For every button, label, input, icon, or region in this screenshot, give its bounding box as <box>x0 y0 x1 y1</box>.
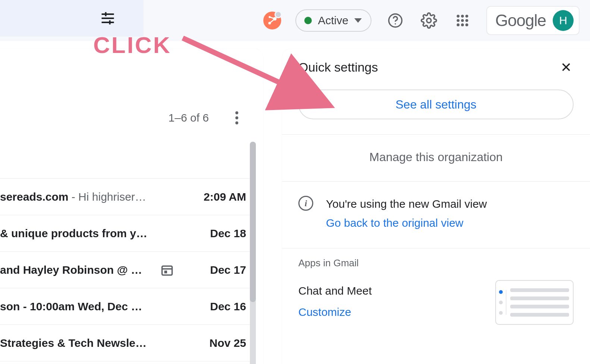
search-options-icon[interactable] <box>98 9 117 28</box>
mail-row[interactable]: Strategies & Tech Newsle…Nov 25 <box>0 324 250 361</box>
chat-meet-label: Chat and Meet <box>298 280 372 301</box>
see-all-settings-label: See all settings <box>395 98 476 112</box>
svg-line-22 <box>183 38 321 101</box>
svg-point-14 <box>461 15 464 18</box>
new-view-info: i You're using the new Gmail view Go bac… <box>282 182 590 248</box>
mail-subject: & unique products from y… <box>0 227 183 240</box>
mail-subject: Strategies & Tech Newsle… <box>0 337 183 349</box>
svg-point-11 <box>395 23 396 25</box>
mail-subject: son - 10:00am Wed, Dec … <box>0 300 183 313</box>
customize-link[interactable]: Customize <box>298 301 372 323</box>
google-apps-icon[interactable] <box>453 11 472 30</box>
mail-date: 2:09 AM <box>183 191 246 203</box>
settings-gear-icon[interactable] <box>419 11 439 30</box>
mail-row[interactable]: sereads.com - Hi highriser…2:09 AM <box>0 178 250 215</box>
apps-section-label: Apps in Gmail <box>282 248 590 280</box>
annotation-click-label: CLICK <box>93 32 171 58</box>
new-view-message: You're using the new Gmail view <box>326 194 487 213</box>
search-area <box>0 0 144 37</box>
mail-subject: sereads.com - Hi highriser… <box>0 191 183 203</box>
svg-point-18 <box>465 19 468 22</box>
manage-organization-link[interactable]: Manage this organization <box>282 135 590 181</box>
status-pill[interactable]: Active <box>295 9 371 32</box>
hubspot-extension-icon[interactable] <box>263 12 281 29</box>
annotation-arrow-icon <box>179 34 339 116</box>
mail-row[interactable]: and Hayley Robinson @ …Dec 17 <box>0 251 250 288</box>
go-back-link[interactable]: Go back to the original view <box>326 213 487 232</box>
svg-point-12 <box>427 18 431 23</box>
chevron-down-icon <box>354 18 362 23</box>
mail-date: Dec 18 <box>183 227 246 240</box>
mail-subject: and Hayley Robinson @ … <box>0 264 159 276</box>
header-right-icons: Google H <box>386 6 580 35</box>
svg-point-19 <box>457 23 460 26</box>
svg-point-24 <box>235 116 238 119</box>
mail-date: Dec 17 <box>183 264 246 276</box>
svg-point-21 <box>465 23 468 26</box>
svg-point-20 <box>461 23 464 26</box>
close-icon[interactable] <box>559 60 574 75</box>
svg-point-13 <box>457 15 460 18</box>
google-logo: Google <box>495 11 546 30</box>
svg-point-16 <box>457 19 460 22</box>
layout-thumbnail-icon[interactable] <box>495 280 574 325</box>
svg-point-25 <box>235 122 238 125</box>
see-all-settings-button[interactable]: See all settings <box>298 90 574 119</box>
svg-point-15 <box>465 15 468 18</box>
mail-row[interactable]: son - 10:00am Wed, Dec …Dec 16 <box>0 288 250 324</box>
mail-date: Nov 25 <box>183 337 246 349</box>
mail-scrollbar[interactable] <box>250 142 256 364</box>
mail-list: sereads.com - Hi highriser…2:09 AM& uniq… <box>0 178 250 364</box>
svg-line-8 <box>270 19 275 23</box>
status-label: Active <box>318 14 348 27</box>
svg-point-17 <box>461 19 464 22</box>
mail-row[interactable]: & unique products from y…Dec 18 <box>0 215 250 251</box>
svg-rect-28 <box>164 270 167 273</box>
support-icon[interactable] <box>386 11 405 30</box>
avatar[interactable]: H <box>553 10 574 31</box>
info-icon: i <box>298 196 313 211</box>
mail-row[interactable]: ked Marketer - Hi, Hope t…Nov 4 <box>0 361 250 364</box>
mail-date: Dec 16 <box>183 300 246 313</box>
calendar-icon <box>160 263 174 277</box>
status-dot-icon <box>304 17 312 24</box>
google-account-box[interactable]: Google H <box>486 6 580 35</box>
chat-meet-row: Chat and Meet Customize <box>282 280 590 340</box>
